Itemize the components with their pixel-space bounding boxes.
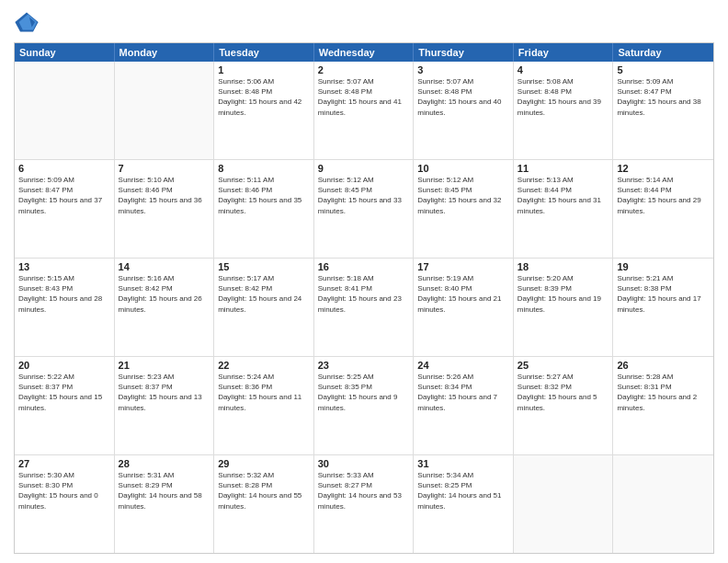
day-info: Sunrise: 5:24 AM Sunset: 8:36 PM Dayligh…: [218, 372, 310, 413]
day-info: Sunrise: 5:34 AM Sunset: 8:25 PM Dayligh…: [417, 470, 509, 511]
calendar-cell: 3Sunrise: 5:07 AM Sunset: 8:48 PM Daylig…: [414, 62, 514, 159]
day-number: 23: [318, 360, 410, 371]
day-info: Sunrise: 5:07 AM Sunset: 8:48 PM Dayligh…: [417, 76, 509, 118]
logo-icon: [14, 9, 40, 35]
day-info: Sunrise: 5:33 AM Sunset: 8:27 PM Dayligh…: [318, 470, 410, 511]
calendar-cell: 22Sunrise: 5:24 AM Sunset: 8:36 PM Dayli…: [214, 357, 314, 454]
calendar-cell: 27Sunrise: 5:30 AM Sunset: 8:30 PM Dayli…: [15, 455, 115, 553]
calendar-cell: 16Sunrise: 5:18 AM Sunset: 8:41 PM Dayli…: [314, 259, 415, 356]
calendar-cell: [514, 455, 614, 553]
day-number: 8: [218, 163, 310, 174]
day-number: 24: [417, 360, 509, 371]
calendar-cell: 1Sunrise: 5:06 AM Sunset: 8:48 PM Daylig…: [214, 62, 314, 159]
day-info: Sunrise: 5:23 AM Sunset: 8:37 PM Dayligh…: [119, 372, 210, 413]
calendar-cell: 7Sunrise: 5:10 AM Sunset: 8:46 PM Daylig…: [115, 160, 215, 258]
day-number: 28: [119, 458, 210, 469]
calendar-cell: 29Sunrise: 5:32 AM Sunset: 8:28 PM Dayli…: [214, 455, 314, 553]
header-day-friday: Friday: [514, 43, 614, 62]
day-number: 17: [417, 261, 509, 272]
day-number: 26: [617, 360, 710, 371]
calendar-cell: 20Sunrise: 5:22 AM Sunset: 8:37 PM Dayli…: [15, 357, 115, 454]
calendar-cell: 8Sunrise: 5:11 AM Sunset: 8:46 PM Daylig…: [214, 160, 314, 258]
day-number: 29: [218, 458, 310, 469]
day-info: Sunrise: 5:30 AM Sunset: 8:30 PM Dayligh…: [18, 470, 110, 511]
day-info: Sunrise: 5:19 AM Sunset: 8:40 PM Dayligh…: [417, 273, 509, 315]
calendar-cell: 12Sunrise: 5:14 AM Sunset: 8:44 PM Dayli…: [613, 160, 713, 258]
calendar-week-3: 13Sunrise: 5:15 AM Sunset: 8:43 PM Dayli…: [15, 259, 713, 357]
day-number: 12: [617, 163, 710, 174]
day-info: Sunrise: 5:22 AM Sunset: 8:37 PM Dayligh…: [18, 372, 110, 413]
day-info: Sunrise: 5:15 AM Sunset: 8:43 PM Dayligh…: [18, 273, 110, 315]
header-day-saturday: Saturday: [613, 43, 713, 62]
day-number: 18: [518, 261, 609, 272]
day-info: Sunrise: 5:09 AM Sunset: 8:47 PM Dayligh…: [617, 76, 710, 118]
day-number: 9: [318, 163, 410, 174]
calendar-cell: 19Sunrise: 5:21 AM Sunset: 8:38 PM Dayli…: [613, 259, 713, 356]
calendar-week-4: 20Sunrise: 5:22 AM Sunset: 8:37 PM Dayli…: [15, 357, 713, 455]
header-day-monday: Monday: [115, 43, 215, 62]
calendar-cell: 14Sunrise: 5:16 AM Sunset: 8:42 PM Dayli…: [115, 259, 215, 356]
header-day-sunday: Sunday: [15, 43, 115, 62]
day-info: Sunrise: 5:12 AM Sunset: 8:45 PM Dayligh…: [318, 175, 410, 216]
calendar-week-2: 6Sunrise: 5:09 AM Sunset: 8:47 PM Daylig…: [15, 160, 713, 259]
day-info: Sunrise: 5:12 AM Sunset: 8:45 PM Dayligh…: [417, 175, 509, 216]
day-info: Sunrise: 5:21 AM Sunset: 8:38 PM Dayligh…: [617, 273, 710, 315]
day-number: 15: [218, 261, 310, 272]
calendar-cell: 17Sunrise: 5:19 AM Sunset: 8:40 PM Dayli…: [414, 259, 514, 356]
calendar-header: SundayMondayTuesdayWednesdayThursdayFrid…: [15, 43, 713, 62]
day-info: Sunrise: 5:09 AM Sunset: 8:47 PM Dayligh…: [18, 175, 110, 216]
day-number: 13: [18, 261, 110, 272]
calendar-cell: 26Sunrise: 5:28 AM Sunset: 8:31 PM Dayli…: [613, 357, 713, 454]
calendar-week-5: 27Sunrise: 5:30 AM Sunset: 8:30 PM Dayli…: [15, 455, 713, 553]
day-number: 19: [617, 261, 710, 272]
calendar-cell: 21Sunrise: 5:23 AM Sunset: 8:37 PM Dayli…: [115, 357, 215, 454]
day-number: 5: [617, 64, 710, 75]
calendar-cell: [15, 62, 115, 159]
day-number: 6: [18, 163, 110, 174]
day-number: 22: [218, 360, 310, 371]
day-number: 4: [518, 64, 609, 75]
day-info: Sunrise: 5:17 AM Sunset: 8:42 PM Dayligh…: [218, 273, 310, 315]
day-info: Sunrise: 5:11 AM Sunset: 8:46 PM Dayligh…: [218, 175, 310, 216]
header-day-thursday: Thursday: [414, 43, 514, 62]
calendar-cell: 28Sunrise: 5:31 AM Sunset: 8:29 PM Dayli…: [115, 455, 215, 553]
day-number: 25: [518, 360, 609, 371]
day-number: 14: [119, 261, 210, 272]
day-number: 10: [417, 163, 509, 174]
calendar-cell: 25Sunrise: 5:27 AM Sunset: 8:32 PM Dayli…: [514, 357, 614, 454]
calendar-cell: 5Sunrise: 5:09 AM Sunset: 8:47 PM Daylig…: [613, 62, 713, 159]
calendar-cell: 2Sunrise: 5:07 AM Sunset: 8:48 PM Daylig…: [314, 62, 415, 159]
day-info: Sunrise: 5:08 AM Sunset: 8:48 PM Dayligh…: [518, 76, 609, 118]
day-info: Sunrise: 5:18 AM Sunset: 8:41 PM Dayligh…: [318, 273, 410, 315]
day-info: Sunrise: 5:07 AM Sunset: 8:48 PM Dayligh…: [318, 76, 410, 118]
calendar-cell: 4Sunrise: 5:08 AM Sunset: 8:48 PM Daylig…: [514, 62, 614, 159]
calendar-cell: 6Sunrise: 5:09 AM Sunset: 8:47 PM Daylig…: [15, 160, 115, 258]
day-number: 2: [318, 64, 410, 75]
day-number: 20: [18, 360, 110, 371]
day-number: 31: [417, 458, 509, 469]
day-number: 3: [417, 64, 509, 75]
day-info: Sunrise: 5:26 AM Sunset: 8:34 PM Dayligh…: [417, 372, 509, 413]
calendar-cell: 11Sunrise: 5:13 AM Sunset: 8:44 PM Dayli…: [514, 160, 614, 258]
day-number: 1: [218, 64, 310, 75]
day-info: Sunrise: 5:10 AM Sunset: 8:46 PM Dayligh…: [119, 175, 210, 216]
calendar-cell: 15Sunrise: 5:17 AM Sunset: 8:42 PM Dayli…: [214, 259, 314, 356]
day-info: Sunrise: 5:13 AM Sunset: 8:44 PM Dayligh…: [518, 175, 609, 216]
day-info: Sunrise: 5:14 AM Sunset: 8:44 PM Dayligh…: [617, 175, 710, 216]
day-info: Sunrise: 5:06 AM Sunset: 8:48 PM Dayligh…: [218, 76, 310, 118]
calendar-cell: 10Sunrise: 5:12 AM Sunset: 8:45 PM Dayli…: [414, 160, 514, 258]
calendar-cell: 30Sunrise: 5:33 AM Sunset: 8:27 PM Dayli…: [314, 455, 415, 553]
day-info: Sunrise: 5:31 AM Sunset: 8:29 PM Dayligh…: [119, 470, 210, 511]
page: SundayMondayTuesdayWednesdayThursdayFrid…: [0, 0, 728, 563]
day-number: 7: [119, 163, 210, 174]
header-day-tuesday: Tuesday: [214, 43, 314, 62]
calendar-cell: 23Sunrise: 5:25 AM Sunset: 8:35 PM Dayli…: [314, 357, 415, 454]
day-info: Sunrise: 5:27 AM Sunset: 8:32 PM Dayligh…: [518, 372, 609, 413]
day-info: Sunrise: 5:20 AM Sunset: 8:39 PM Dayligh…: [518, 273, 609, 315]
header: [14, 9, 714, 35]
calendar-cell: [613, 455, 713, 553]
day-info: Sunrise: 5:32 AM Sunset: 8:28 PM Dayligh…: [218, 470, 310, 511]
calendar-cell: 13Sunrise: 5:15 AM Sunset: 8:43 PM Dayli…: [15, 259, 115, 356]
calendar: SundayMondayTuesdayWednesdayThursdayFrid…: [14, 42, 714, 554]
day-number: 30: [318, 458, 410, 469]
